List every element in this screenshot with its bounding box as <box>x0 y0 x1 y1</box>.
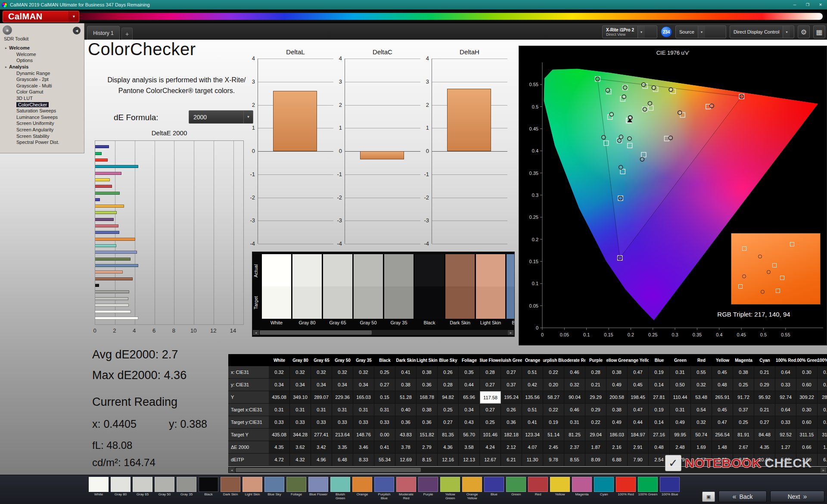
patch-button-yellow-green[interactable]: Yellow Green <box>440 477 460 500</box>
layout-button[interactable]: ▦ <box>813 25 825 38</box>
panel-icon: ▣ <box>706 494 711 500</box>
sidebar-item-grayscale-multi[interactable]: Grayscale - Multi <box>0 83 84 89</box>
swatch-blue-sky[interactable] <box>507 254 514 319</box>
svg-text:0: 0 <box>536 325 538 330</box>
sidebar-item-analysis[interactable]: ▸Analysis <box>0 64 84 70</box>
gridline <box>432 244 507 244</box>
patch-button-cyan[interactable]: Cyan <box>594 477 614 500</box>
swatch-gray-80[interactable] <box>292 254 322 319</box>
sidebar-menu-button[interactable]: ◉ <box>3 25 12 35</box>
sidebar-item-colorchecker[interactable]: ColorChecker <box>0 101 84 108</box>
tab-history-1[interactable]: History 1 <box>87 26 120 40</box>
column-header-blue-sky: Blue Sky <box>438 354 459 366</box>
patch-button-blue[interactable]: Blue <box>484 477 504 500</box>
cell-deitp-gray-65: 4.96 <box>311 454 332 466</box>
patch-button-foliage[interactable]: Foliage <box>286 477 306 500</box>
patch-button-100-red[interactable]: 100% Red <box>616 477 636 500</box>
patch-button-100-blue[interactable]: 100% Blue <box>660 477 680 500</box>
de-formula-dropdown[interactable]: 2000 ▼ <box>189 110 253 124</box>
cell-e-2000-gray-35: 3.46 <box>353 441 374 454</box>
swatch-white[interactable] <box>262 254 291 319</box>
swatch-gray-35[interactable] <box>384 254 414 319</box>
display-control-dropdown[interactable]: Direct Display Control ▼ <box>730 25 794 38</box>
patch-swatch <box>660 477 680 492</box>
sidebar-item-3d-lut[interactable]: 3D LUT <box>0 95 84 102</box>
next-button[interactable]: Next » <box>770 491 824 502</box>
patch-button-orange-yellow[interactable]: Orange Yellow <box>462 477 482 500</box>
swatch-gray-65[interactable] <box>323 254 352 319</box>
patch-button-gray-80[interactable]: Gray 80 <box>111 477 131 500</box>
sidebar-item-spectral-power-dist[interactable]: Spectral Power Dist. <box>0 139 84 146</box>
patch-button-gray-50[interactable]: Gray 50 <box>155 477 174 500</box>
patch-button-100-green[interactable]: 100% Green <box>638 477 658 500</box>
sidebar-item-dynamic-range[interactable]: Dynamic Range <box>0 70 84 76</box>
cell-deitp-blue-flower: 12.67 <box>480 454 501 466</box>
patch-button-purple[interactable]: Purple <box>418 477 438 500</box>
sidebar-item-grayscale-2pt[interactable]: Grayscale - 2pt <box>0 76 84 83</box>
cell-target-y-white: 435.08 <box>269 429 290 441</box>
sidebar-item-welcome[interactable]: Welcome <box>0 51 84 58</box>
sidebar-item-color-gamut[interactable]: Color Gamut <box>0 89 84 95</box>
patch-button-orange[interactable]: Orange <box>352 477 372 500</box>
svg-text:0.05: 0.05 <box>560 332 569 337</box>
sidebar-item-screen-stability[interactable]: Screen Stability <box>0 133 84 139</box>
cell-y-yellow: 265.91 <box>712 391 733 404</box>
gridline <box>432 221 507 221</box>
patch-button-gray-65[interactable]: Gray 65 <box>133 477 152 500</box>
scrollbar-thumb[interactable] <box>260 330 372 335</box>
panel-toggle-button[interactable]: ▣ <box>702 492 715 502</box>
sidebar-item-luminance-sweeps[interactable]: Luminance Sweeps <box>0 114 84 121</box>
add-tab-button[interactable]: + <box>121 28 133 40</box>
patch-button-light-skin[interactable]: Light Skin <box>243 477 262 500</box>
patch-button-green[interactable]: Green <box>506 477 526 500</box>
patch-button-magenta[interactable]: Magenta <box>572 477 592 500</box>
swatch-target <box>476 286 505 319</box>
reading-count-badge[interactable]: 234 <box>661 26 672 37</box>
scroll-right-arrow[interactable]: ► <box>508 330 514 335</box>
scrollbar-thumb[interactable] <box>236 468 421 472</box>
patch-swatch <box>550 477 570 492</box>
svg-text:0.35: 0.35 <box>529 171 538 176</box>
sidebar-collapse-button[interactable]: ◀ <box>73 27 81 34</box>
patch-button-dark-skin[interactable]: Dark Skin <box>221 477 240 500</box>
sidebar-item-options[interactable]: Options <box>0 57 84 64</box>
back-button[interactable]: « Back <box>718 491 767 502</box>
calman-menu-button[interactable]: CalMAN ▼ <box>3 11 79 22</box>
x-tick-label: 2 <box>111 327 118 334</box>
sidebar-item-screen-angularity[interactable]: Screen Angularity <box>0 127 84 133</box>
sidebar-item-screen-uniformity[interactable]: Screen Uniformity <box>0 120 84 127</box>
patch-button-bluish-green[interactable]: Bluish Green <box>330 477 350 500</box>
swatch-scrollbar[interactable]: ◄ ► <box>252 330 514 336</box>
settings-button[interactable]: ⚙ <box>798 25 810 38</box>
minimize-button[interactable]: ─ <box>788 0 801 9</box>
cell-y-moderate-red: 90.04 <box>564 391 585 404</box>
sidebar-item-welcome[interactable]: ▸Welcome <box>0 45 84 51</box>
patch-button-purplish-blue[interactable]: Purplish Blue <box>374 477 394 500</box>
cell-y-foliage: 65.96 <box>459 391 480 404</box>
swatch-gray-50[interactable] <box>354 254 383 319</box>
patch-button-gray-35[interactable]: Gray 35 <box>177 477 196 500</box>
maximize-button[interactable]: ❐ <box>801 0 814 9</box>
patch-button-black[interactable]: Black <box>199 477 218 500</box>
cell-y-green: 110.44 <box>670 391 691 404</box>
patch-button-red[interactable]: Red <box>528 477 548 500</box>
scroll-right-arrow[interactable]: ► <box>821 467 827 473</box>
meter-dropdown[interactable]: X-Rite i1Pro 2 Direct View ▼ <box>602 25 657 38</box>
patch-button-yellow[interactable]: Yellow <box>550 477 570 500</box>
patch-button-white[interactable]: White <box>89 477 109 500</box>
patch-label: Green <box>506 492 526 496</box>
source-dropdown[interactable]: Source ▼ <box>675 25 726 38</box>
scroll-left-arrow[interactable]: ◄ <box>229 467 235 473</box>
swatch-light-skin[interactable] <box>476 254 505 319</box>
swatch-dark-skin[interactable] <box>445 254 475 319</box>
toolbar: History 1 + X-Rite i1Pro 2 Direct View ▼… <box>0 23 827 40</box>
patch-button-blue-sky[interactable]: Blue Sky <box>264 477 284 500</box>
scroll-left-arrow[interactable]: ◄ <box>253 330 259 335</box>
sidebar-item-saturation-sweeps[interactable]: Saturation Sweeps <box>0 108 84 114</box>
cell-y-blue-flower[interactable]: 117.58 <box>480 391 501 404</box>
patch-button-moderate-red[interactable]: Moderate Red <box>396 477 416 500</box>
patch-swatch <box>155 477 174 492</box>
close-button[interactable]: ✕ <box>814 0 827 9</box>
patch-button-blue-flower[interactable]: Blue Flower <box>308 477 328 500</box>
swatch-black[interactable] <box>415 254 444 319</box>
